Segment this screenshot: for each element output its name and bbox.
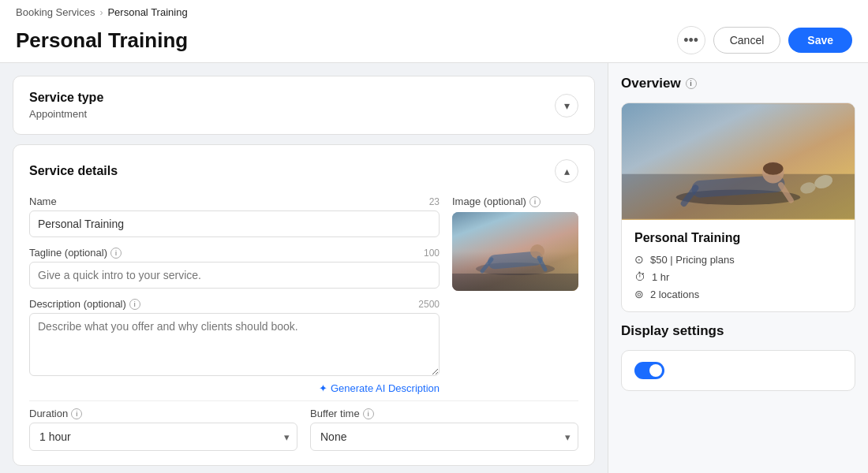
buffer-label: Buffer time	[310, 408, 360, 419]
title-actions: ••• Cancel Save	[677, 26, 852, 54]
card-divider	[29, 400, 578, 401]
overview-image	[622, 103, 855, 220]
breadcrumb: Booking Services › Personal Training	[16, 6, 852, 18]
breadcrumb-current: Personal Training	[107, 6, 187, 18]
overview-duration-row: ⏱ 1 hr	[634, 270, 842, 283]
overview-locations-row: ⊚ 2 locations	[634, 288, 842, 300]
display-settings-title: Display settings	[621, 323, 855, 339]
display-settings-card	[621, 350, 855, 391]
display-toggle[interactable]	[634, 362, 664, 379]
buffer-info-icon[interactable]: i	[363, 408, 374, 419]
overview-locations: 2 locations	[650, 289, 699, 300]
overview-duration: 1 hr	[652, 271, 669, 283]
service-type-toggle[interactable]: ▾	[555, 94, 578, 117]
image-thumbnail[interactable]	[452, 212, 578, 291]
tagline-input[interactable]	[29, 262, 440, 289]
page-title: Personal Training	[16, 28, 188, 53]
price-icon: ⊙	[634, 253, 644, 266]
overview-card: Personal Training ⊙ $50 | Pricing plans …	[621, 102, 855, 312]
toggle-knob	[649, 364, 662, 377]
overview-title: Overview i	[621, 76, 855, 91]
ai-sparkle-icon: ✦	[319, 382, 327, 394]
overview-meta: ⊙ $50 | Pricing plans ⏱ 1 hr ⊚ 2 locatio…	[634, 253, 842, 300]
cancel-button[interactable]: Cancel	[713, 27, 781, 54]
svg-point-11	[763, 162, 784, 175]
clock-icon: ⏱	[634, 270, 645, 283]
right-panel: Overview i	[608, 63, 868, 473]
overview-price: $50 | Pricing plans	[650, 254, 735, 266]
tagline-label: Tagline (optional)	[29, 247, 107, 259]
description-input[interactable]	[29, 313, 440, 376]
duration-info-icon[interactable]: i	[71, 408, 82, 419]
service-details-toggle[interactable]: ▴	[555, 159, 578, 183]
overview-price-row: ⊙ $50 | Pricing plans	[634, 253, 842, 266]
overview-service-name: Personal Training	[634, 231, 842, 245]
overview-details: Personal Training ⊙ $50 | Pricing plans …	[622, 220, 855, 311]
breadcrumb-separator: ›	[99, 7, 103, 18]
buffer-select[interactable]: None 5 minutes 10 minutes 15 minutes 30 …	[310, 423, 578, 451]
svg-rect-5	[452, 274, 578, 291]
display-toggle-row	[634, 362, 842, 379]
service-type-card: Service type Appointment ▾	[13, 76, 595, 135]
service-type-value: Appointment	[29, 108, 103, 120]
image-label: Image (optional)	[452, 196, 526, 207]
location-icon: ⊚	[634, 288, 644, 300]
generate-ai-button[interactable]: ✦ Generate AI Description	[319, 382, 440, 394]
more-button[interactable]: •••	[677, 26, 705, 54]
description-label: Description (optional)	[29, 298, 126, 310]
image-info-icon[interactable]: i	[529, 196, 541, 207]
duration-select[interactable]: 30 minutes 45 minutes 1 hour 1.5 hours 2…	[29, 423, 297, 451]
svg-point-2	[530, 244, 544, 259]
service-details-card: Service details ▴ Name 23	[13, 144, 595, 466]
breadcrumb-parent[interactable]: Booking Services	[16, 6, 95, 18]
name-label: Name	[29, 196, 57, 207]
tagline-count: 100	[424, 248, 440, 259]
description-info-icon[interactable]: i	[129, 299, 140, 310]
description-count: 2500	[418, 299, 440, 310]
service-details-title: Service details	[29, 164, 118, 178]
tagline-info-icon[interactable]: i	[110, 248, 122, 259]
name-input[interactable]	[29, 210, 440, 237]
overview-info-icon[interactable]: i	[686, 78, 697, 89]
service-type-title: Service type	[29, 91, 103, 105]
left-panel: Service type Appointment ▾ Service detai…	[0, 63, 608, 473]
image-section: Image (optional) i	[452, 196, 578, 394]
save-button[interactable]: Save	[788, 28, 852, 53]
name-count: 23	[429, 196, 440, 207]
duration-label: Duration	[29, 408, 68, 419]
